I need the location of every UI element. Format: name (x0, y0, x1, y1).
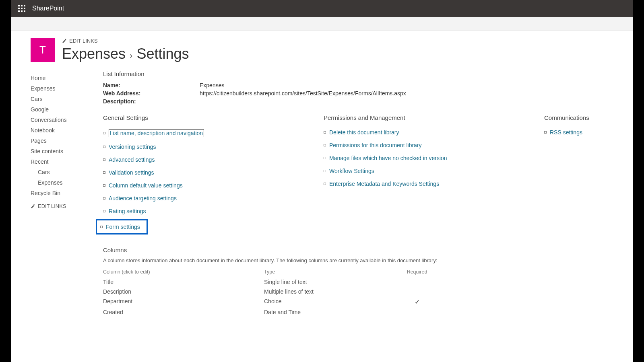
edit-links-top[interactable]: EDIT LINKS (62, 38, 633, 44)
main-content: List Information Name: Expenses Web Addr… (103, 70, 633, 317)
col-head-name: Column (click to edit) (103, 269, 264, 275)
title-list-name[interactable]: Expenses (62, 45, 126, 62)
general-settings-title: General Settings (103, 114, 308, 121)
bullet-icon (103, 171, 105, 174)
link-manage-files-no-checkin[interactable]: Manage files which have no checked in ve… (329, 155, 447, 161)
ribbon-placeholder (11, 17, 633, 31)
communications-column: Communications RSS settings (544, 114, 617, 234)
column-type: Choice (264, 298, 401, 306)
nav-cars[interactable]: Cars (31, 94, 103, 104)
nav-conversations[interactable]: Conversations (31, 115, 103, 125)
nav-notebook[interactable]: Notebook (31, 125, 103, 136)
column-name-link[interactable]: Created (103, 309, 264, 315)
name-value: Expenses (200, 82, 224, 88)
description-label: Description: (103, 98, 200, 105)
page-title: Expenses › Settings (62, 45, 633, 62)
bullet-icon (100, 226, 103, 228)
communications-title: Communications (544, 114, 617, 121)
columns-desc: A column stores information about each d… (103, 257, 617, 263)
bullet-icon (103, 146, 105, 148)
link-validation-settings[interactable]: Validation settings (109, 169, 154, 176)
columns-title: Columns (103, 247, 617, 253)
webaddress-value[interactable]: https://citizenbuilders.sharepoint.com/s… (200, 90, 406, 97)
bullet-icon (103, 197, 105, 200)
edit-links-bottom[interactable]: EDIT LINKS (31, 203, 103, 209)
column-name-link[interactable]: Description (103, 288, 264, 295)
column-name-link[interactable]: Department (103, 298, 264, 306)
link-permissions-library[interactable]: Permissions for this document library (329, 142, 422, 148)
column-type: Date and Time (264, 309, 401, 315)
link-rating-settings[interactable]: Rating settings (109, 208, 146, 214)
bullet-icon (324, 183, 326, 185)
form-settings-highlight: Form settings (96, 219, 148, 234)
column-name-link[interactable]: Title (103, 279, 264, 285)
link-delete-library[interactable]: Delete this document library (329, 129, 399, 136)
nav-expenses[interactable]: Expenses (31, 83, 103, 94)
pencil-icon (62, 39, 67, 43)
bullet-icon (103, 158, 105, 161)
link-workflow-settings[interactable]: Workflow Settings (329, 168, 374, 174)
bullet-icon (324, 131, 326, 134)
left-nav: Home Expenses Cars Google Conversations … (31, 70, 103, 317)
bullet-icon (324, 157, 326, 159)
nav-recent-heading: Recent (31, 156, 103, 167)
nav-google[interactable]: Google (31, 104, 103, 115)
permissions-column: Permissions and Management Delete this d… (324, 114, 528, 234)
table-row: Description Multiple lines of text (103, 287, 433, 296)
bullet-icon (103, 184, 105, 187)
table-row: Title Single line of text (103, 277, 433, 287)
bullet-icon (103, 132, 105, 134)
column-type: Single line of text (264, 279, 401, 285)
link-rss-settings[interactable]: RSS settings (550, 129, 582, 136)
columns-section: Columns A column stores information abou… (103, 247, 617, 317)
table-row: Created Date and Time (103, 307, 433, 317)
bullet-icon (324, 170, 326, 172)
nav-pages[interactable]: Pages (31, 136, 103, 146)
nav-home[interactable]: Home (31, 73, 103, 83)
nav-recycle-bin[interactable]: Recycle Bin (31, 188, 103, 198)
chevron-right-icon: › (130, 51, 132, 61)
column-required (401, 309, 433, 315)
brand-label[interactable]: SharePoint (32, 5, 64, 12)
column-required (401, 279, 433, 285)
column-type: Multiple lines of text (264, 288, 401, 295)
link-versioning-settings[interactable]: Versioning settings (109, 144, 156, 150)
link-audience-targeting[interactable]: Audience targeting settings (109, 195, 177, 202)
bullet-icon (544, 131, 547, 134)
suite-bar: SharePoint (11, 0, 633, 17)
link-advanced-settings[interactable]: Advanced settings (109, 156, 155, 163)
table-row: Department Choice ✓ (103, 296, 433, 307)
pencil-icon (31, 204, 35, 209)
checkmark-icon: ✓ (401, 298, 433, 306)
webaddress-label: Web Address: (103, 90, 200, 97)
bullet-icon (103, 210, 105, 212)
link-enterprise-metadata[interactable]: Enterprise Metadata and Keywords Setting… (329, 181, 439, 187)
nav-recent-expenses[interactable]: Expenses (31, 177, 103, 188)
col-head-required: Required (401, 269, 433, 275)
site-logo[interactable]: T (31, 38, 55, 62)
bullet-icon (324, 144, 326, 146)
link-form-settings[interactable]: Form settings (106, 224, 140, 230)
link-list-name-description[interactable]: List name, description and navigation (109, 129, 204, 137)
link-column-default-value[interactable]: Column default value settings (109, 182, 183, 189)
nav-site-contents[interactable]: Site contents (31, 146, 103, 156)
name-label: Name: (103, 82, 200, 88)
nav-recent-cars[interactable]: Cars (31, 167, 103, 177)
app-launcher-icon[interactable] (14, 1, 29, 16)
col-head-type: Type (264, 269, 401, 275)
list-info-header: List Information (103, 70, 617, 77)
permissions-title: Permissions and Management (324, 114, 528, 121)
general-settings-column: General Settings List name, description … (103, 114, 308, 234)
title-settings: Settings (136, 45, 189, 62)
column-required (401, 288, 433, 295)
